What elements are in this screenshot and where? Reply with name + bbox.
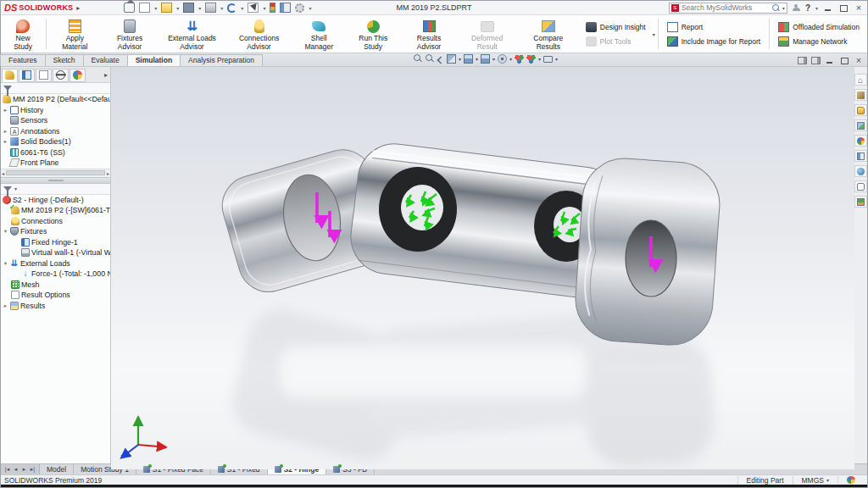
plot-tools-caret-icon[interactable]: ▾ [653,31,655,37]
apply-material-button[interactable]: Apply Material ▾ [49,16,101,52]
hide-show-items-icon[interactable] [498,54,507,64]
tab-propertymanager[interactable] [19,69,35,82]
close-button[interactable]: × [854,3,864,12]
tree-item-sensors[interactable]: Sensors [1,115,110,126]
connections-advisor-button[interactable]: Connections Advisor ▾ [226,16,292,52]
graphics-viewport[interactable]: Y X Z [111,67,853,463]
panel-splitter[interactable] [1,177,110,184]
search-input[interactable] [682,3,770,12]
tree-item-solid-bodies[interactable]: ▸ Solid Bodies(1) [1,136,110,147]
sim-study-root[interactable]: S2 - Hinge (-Default-) [1,195,110,206]
undo-icon[interactable] [227,3,236,13]
view-settings-icon[interactable] [543,56,553,63]
tree-item-history[interactable]: ▸ History [1,105,110,116]
scroll-last-icon[interactable]: ▸| [29,466,36,473]
save-caret-icon[interactable]: ▾ [198,5,201,11]
panel-expand-icon[interactable]: ▸ [104,71,109,79]
print-caret-icon[interactable]: ▾ [220,5,223,11]
fixtures-advisor-button[interactable]: Fixtures Advisor ▾ [102,16,159,52]
rebuild-icon[interactable] [270,3,275,13]
model-canvas[interactable]: Y X Z [111,67,854,469]
select-caret-icon[interactable]: ▾ [263,5,265,11]
sim-item-part[interactable]: MM 2019 P2 (-[SW]6061-T6 (SS)-) [1,205,110,216]
sim-filter-caret-icon[interactable]: ▾ [14,186,17,191]
tab-model[interactable]: Model [40,464,74,474]
login-icon[interactable] [793,4,800,12]
sim-item-results[interactable]: ▸ Results [1,301,110,312]
view-orientation-icon[interactable] [464,54,473,64]
tree-root-part[interactable]: MM 2019 P2 (Default<<Default>_Disp [1,94,110,105]
filter-funnel-icon[interactable] [3,86,12,91]
view-settings-caret-icon[interactable]: ▾ [555,56,558,62]
doc-minimize-button[interactable] [825,56,835,64]
taskpane-forum-button[interactable] [854,180,867,192]
taskpane-file-explorer-button[interactable] [854,104,867,116]
pane-split-right-icon[interactable] [811,57,821,64]
tab-analysis-preparation[interactable]: Analysis Preparation [180,54,263,66]
search-icon[interactable] [772,4,780,12]
new-caret-icon[interactable]: ▾ [154,5,157,11]
taskpane-view-palette-button[interactable] [854,119,867,131]
pane-split-left-icon[interactable] [798,57,807,64]
sim-item-mesh[interactable]: Mesh [1,280,110,291]
report-button[interactable]: Report [665,21,764,33]
sim-filter-funnel-icon[interactable] [3,186,12,191]
tab-features[interactable]: Features [0,54,46,66]
shell-manager-button[interactable]: Shell Manager [293,16,345,52]
display-style-icon[interactable] [481,54,490,64]
search-caret-icon[interactable]: ▾ [782,5,785,11]
open-document-icon[interactable] [161,3,172,13]
units-selector[interactable]: MMGS ▾ [793,476,837,485]
sim-item-result-options[interactable]: Result Options [1,290,110,301]
print-icon[interactable] [205,3,216,13]
edit-appearance-icon[interactable] [515,54,524,64]
scrollbar-thumb[interactable] [6,170,105,175]
compare-results-button[interactable]: Compare Results [518,16,579,52]
taskpane-resources-button[interactable] [854,165,867,177]
design-insight-button[interactable]: Design Insight [583,21,648,33]
options-gear-icon[interactable] [295,3,304,13]
new-document-icon[interactable] [139,3,150,13]
select-icon[interactable] [248,3,259,13]
section-view-icon[interactable] [447,54,456,64]
doc-close-button[interactable]: × [854,56,864,64]
tab-dimxpertmanager[interactable] [53,69,69,82]
menu-flyout-icon[interactable]: ▸ [76,4,80,12]
tab-featuremanager-tree[interactable] [2,69,18,82]
taskpane-design-library-button[interactable] [854,89,867,101]
options-caret-icon[interactable]: ▾ [309,5,311,11]
status-tag-cell[interactable] [837,476,864,484]
offloaded-simulation-button[interactable]: Offloaded Simulation [776,21,862,33]
taskpane-custom-properties-button[interactable] [854,150,867,162]
save-icon[interactable] [183,3,194,13]
zoom-to-area-icon[interactable] [426,54,435,64]
help-caret-icon[interactable]: ▾ [815,5,818,11]
external-loads-advisor-button[interactable]: ⇊ External Loads Advisor ▾ [159,16,225,52]
scroll-first-icon[interactable]: |◂ [3,466,11,473]
orientation-caret-icon[interactable]: ▾ [476,56,478,62]
tree-item-front-plane[interactable]: Front Plane [1,158,110,169]
scroll-next-icon[interactable]: ▸ [20,466,28,473]
new-study-button[interactable]: New Study ▾ [3,16,43,52]
search-box[interactable]: S ▾ [669,3,787,14]
open-caret-icon[interactable]: ▾ [176,5,179,11]
minimize-button[interactable] [823,3,833,12]
file-properties-icon[interactable] [280,3,291,13]
sim-item-fixtures[interactable]: ▾ Fixtures [1,226,110,237]
tab-displaymanager[interactable] [70,69,86,82]
tab-simulation[interactable]: Simulation [127,54,181,66]
section-caret-icon[interactable]: ▾ [459,56,461,62]
tab-configurationmanager[interactable] [36,69,52,82]
apply-scene-icon[interactable] [526,54,536,64]
display-style-caret-icon[interactable]: ▾ [492,56,495,62]
restore-button[interactable] [838,3,849,12]
scroll-prev-icon[interactable]: ◂ [12,466,19,473]
hide-show-caret-icon[interactable]: ▾ [509,56,512,62]
scroll-right-icon[interactable]: ▸ [107,170,109,176]
zoom-to-fit-icon[interactable] [414,54,423,64]
tab-evaluate[interactable]: Evaluate [83,54,128,66]
taskpane-appearances-button[interactable] [854,135,867,147]
previous-view-icon[interactable] [437,56,444,64]
scene-caret-icon[interactable]: ▾ [538,56,541,62]
include-image-for-report-button[interactable]: Include Image for Report [665,36,764,47]
